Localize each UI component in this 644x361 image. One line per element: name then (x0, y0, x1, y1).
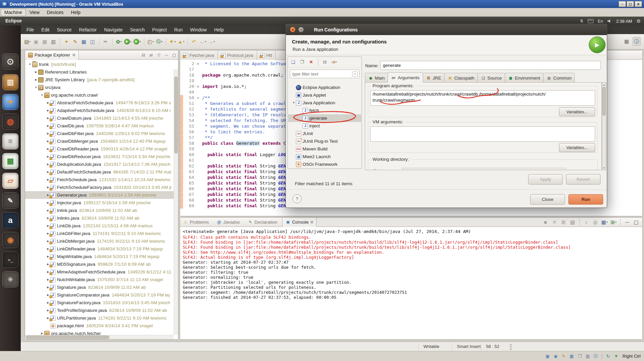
config-tab[interactable]: JRE (423, 73, 445, 83)
launch-config-tree-row[interactable]: ▼ Java Application (288, 99, 361, 107)
sync-indicator-icon[interactable]: ⇅ (580, 19, 583, 23)
console-tab[interactable]: Javadoc (214, 218, 245, 227)
tree-row[interactable]: ▶ FetchSchedule.java 1231532 1/14/12 10:… (25, 176, 174, 184)
mouse-capture-icon[interactable]: ▼ (613, 353, 619, 359)
config-tab[interactable]: Arguments (388, 72, 423, 83)
tree-row[interactable]: ▶ LinkDbMerger.java 1174191 9/22/11 9:10… (25, 237, 174, 245)
tree-row[interactable]: ▶ MD5Signature.java 959629 7/1/10 6:09 A… (25, 260, 174, 268)
new-launch-config-icon[interactable]: ❏ (289, 58, 297, 66)
clear-filter-icon[interactable]: ✕ (352, 72, 358, 77)
tree-row[interactable]: ▶ LinkDbReader.java 1484634 5/20/13 7:19… (25, 245, 174, 253)
eclipse-menu-item[interactable]: Project (149, 26, 171, 33)
launcher-libreoffice-calc[interactable]: ▦ (2, 153, 18, 169)
clock-label[interactable]: 2:38 AM (616, 19, 632, 24)
launch-config-tree-row[interactable]: JUnit (288, 130, 361, 137)
remove-launch-icon[interactable]: ✕ (551, 218, 559, 227)
tree-row[interactable]: ▶ LinkDb.java 1202143 11/15/11 4:56 AM m… (25, 222, 174, 230)
tree-row[interactable]: ▶ TextProfileSignature.java 823614 10/9/… (25, 307, 174, 314)
tree-row[interactable]: ▶ URLPartitioner.java 1174191 9/22/11 9:… (25, 314, 174, 322)
tree-row[interactable]: ▶ CrawlDbMerger.java 1554883 1/2/14 12:4… (25, 137, 174, 145)
previous-annotation-icon[interactable]: ▲▾ (177, 37, 185, 46)
vm-variables-button[interactable]: Variables... (559, 143, 595, 152)
eclipse-menu-item[interactable]: Search (126, 26, 148, 33)
editor-tab[interactable]: Protocol.java (218, 50, 257, 60)
console-body[interactable]: <terminated> generate [Java Application]… (180, 227, 642, 339)
tree-row[interactable]: ▶ Referenced Libraries (25, 68, 174, 76)
last-edit-location-icon[interactable]: ↶ (190, 37, 198, 46)
launcher-ubuntu-one[interactable]: ◉ (2, 232, 18, 248)
tree-row[interactable]: ▼ org.apache.nutch.crawl (25, 91, 174, 99)
explorer-horizontal-scrollbar[interactable] (25, 335, 174, 339)
expander-icon[interactable]: ▼ (34, 86, 38, 89)
launcher-dash-home[interactable]: ⊙ (2, 53, 18, 70)
launcher-terminal[interactable]: >_ (2, 252, 18, 268)
type-hierarchy-icon[interactable]: ▦ (80, 37, 88, 46)
keyboard-layout-label[interactable]: En (598, 19, 603, 24)
dialog-minimize-icon[interactable]: • (298, 27, 304, 32)
tree-row[interactable]: ▶ AdaptiveFetchSchedule.java 1492639 6/1… (25, 107, 174, 114)
toolbar-icon[interactable] (187, 38, 188, 45)
launcher-text-editor[interactable]: ≡ (2, 133, 18, 149)
print-icon[interactable]: ▥ (50, 37, 58, 46)
tree-row[interactable]: ▶ NutchWritable.java 1575350 3/7/14 11:1… (25, 276, 174, 283)
expander-icon[interactable]: ▶ (40, 332, 44, 335)
launch-config-tree-row[interactable]: JUnit Plug-in Test (288, 137, 361, 145)
filter-input[interactable] (290, 72, 352, 77)
console-tab[interactable]: Declaration (245, 218, 282, 227)
tree-row[interactable]: ▶ Injector.java 1595137 5/16/14 1:59 AM … (25, 199, 174, 207)
tree-row[interactable]: ▼ src/java (25, 84, 174, 91)
tree-row[interactable]: ▶ Generator.java 1593901 5/12/14 1:59 AM… (25, 191, 174, 199)
config-tab[interactable]: Classpath (444, 73, 478, 83)
tree-row[interactable]: ▶ Inlinks.java 823614 10/9/09 11:02 AM a… (25, 214, 174, 222)
open-perspective-icon[interactable]: ▦ (623, 37, 631, 46)
minimize-view-icon[interactable]: ─ (623, 218, 631, 227)
eclipse-menu-item[interactable]: Run (170, 26, 186, 33)
back-icon[interactable]: ←▾ (199, 37, 207, 46)
optical-drives-icon[interactable]: ◉ (553, 353, 559, 359)
launcher-color-wheel[interactable]: ✳ (2, 271, 18, 287)
java-perspective-icon[interactable]: Ⓙ (633, 37, 641, 46)
program-variables-button[interactable]: Variables... (559, 107, 595, 116)
tree-row[interactable]: ▶ SignatureFactory.java 1531833 10/14/13… (25, 299, 174, 307)
remove-all-terminated-icon[interactable]: ⊠ (560, 218, 568, 227)
maximize-view-icon[interactable]: ▢ (632, 218, 640, 227)
tree-row[interactable]: ▶ CrawlDbFilter.java 1440266 1/29/13 9:0… (25, 130, 174, 137)
next-annotation-icon[interactable]: ▼▾ (168, 37, 176, 46)
vm-menu-item[interactable]: View (26, 9, 43, 16)
save-icon[interactable]: ▣ (32, 37, 40, 46)
launch-config-tree-row[interactable]: generate (288, 114, 361, 122)
eclipse-menu-item[interactable]: Window (186, 26, 211, 33)
vm-menu-item[interactable]: Devices (43, 9, 67, 16)
tree-row[interactable]: ▶ LinkDbFilter.java 1174191 9/22/11 9:10… (25, 230, 174, 237)
launch-config-tree-row[interactable]: Maven Build (288, 145, 361, 153)
close-view-icon[interactable]: ⊠ (310, 220, 313, 224)
toolbar-icon[interactable] (144, 38, 144, 45)
console-window-icon[interactable]: ◫ (89, 37, 97, 46)
config-tab[interactable]: Common (543, 73, 575, 83)
vm-menu-item[interactable]: Machine (1, 9, 26, 16)
filter-launch-configs-icon[interactable]: ⇉▾ (330, 58, 338, 66)
tree-row[interactable]: ▶ Signature.java 823614 10/9/09 11:02 AM… (25, 283, 174, 291)
close-button[interactable]: Close (530, 194, 565, 205)
tree-row[interactable]: ▶ JRE System Library [java-7-openjdk-amd… (25, 76, 174, 84)
session-gear-icon[interactable]: ⚙ (636, 18, 641, 24)
fold-icon[interactable]: ⊖ (195, 96, 200, 100)
view-menu-icon[interactable]: ▽ (155, 51, 163, 59)
eclipse-menu-item[interactable]: Help (211, 26, 228, 33)
shared-folders-icon[interactable]: ❐ (577, 353, 583, 359)
launcher-libreoffice-impress[interactable]: ▱ (2, 173, 18, 189)
external-tools-torch-icon[interactable]: ✦ (63, 37, 71, 46)
pin-console-icon[interactable]: ◎ (591, 218, 599, 227)
network-icon[interactable]: ▦ (569, 353, 575, 359)
working-directory-field[interactable]: ${workspace_loc:trunk} (402, 168, 566, 170)
new-java-class-icon[interactable]: Ⓖ▾ (155, 37, 163, 46)
launcher-amazon[interactable]: a (2, 212, 18, 228)
clear-console-icon[interactable]: ▤ (569, 218, 577, 227)
statusbar-drag-handle[interactable] (510, 344, 512, 350)
minimize-window-button[interactable]: ─ (619, 1, 626, 7)
program-arguments-input[interactable]: /home/datafireball/projects/nutch/trunk/… (370, 90, 595, 106)
tree-row[interactable]: ▶ CrawlDb.java 1597556 5/26/14 4:47 AM m… (25, 122, 174, 130)
launcher-files[interactable]: ▥ (2, 74, 18, 90)
pencil-icon[interactable]: ✎ (561, 353, 567, 359)
minimize-view-icon[interactable]: ─ (163, 51, 170, 59)
